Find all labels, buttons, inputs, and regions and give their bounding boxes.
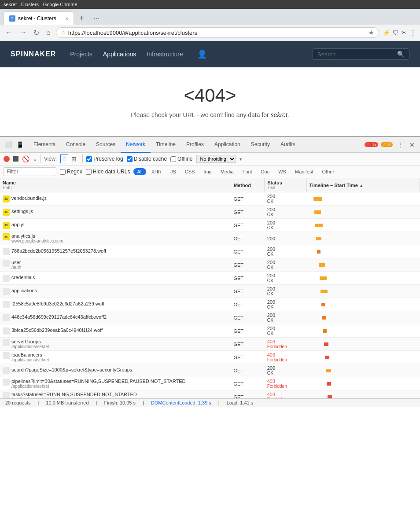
preserve-log-checkbox[interactable] (86, 156, 92, 162)
row-name-cell: user /auth (0, 258, 231, 272)
table-row[interactable]: 788a2bcde2b05619551257e5f2053278.woff GE… (0, 245, 420, 258)
col-name[interactable]: Name Path (0, 178, 231, 192)
col-timeline[interactable]: Timeline – Start Time ▲ (306, 178, 420, 192)
disable-cache-checkbox-label[interactable]: Disable cache (127, 156, 167, 162)
table-row[interactable]: search?pageSize=1000&q=sekret&type=secur… (0, 364, 420, 377)
filter-tab-css[interactable]: CSS (181, 168, 199, 175)
extension-icon-2[interactable]: 🛡 (393, 29, 399, 36)
preserve-log-checkbox-label[interactable]: Preserve log (86, 156, 123, 162)
throttle-select[interactable]: No throttling (196, 155, 236, 163)
user-avatar[interactable]: 👤 (197, 49, 207, 59)
clear-button[interactable]: 🚫 (22, 155, 29, 162)
filter-tab-doc[interactable]: Doc (258, 168, 273, 175)
table-row[interactable]: loadBalancers /applications/sekret GET 4… (0, 351, 420, 364)
row-name-cell: JS analytics.js www.google-analytics.com (0, 232, 231, 245)
filter-icon[interactable]: ⬦ (33, 155, 37, 162)
regex-checkbox-label[interactable]: Regex (60, 169, 82, 175)
table-row[interactable]: JS vendor.bundle.js GET 200 OK (0, 192, 420, 206)
hide-data-urls-checkbox-label[interactable]: Hide data URLs (86, 169, 130, 175)
offline-checkbox-label[interactable]: Offline (170, 156, 192, 162)
status-code: 403 (267, 392, 304, 397)
tab-console[interactable]: Console (61, 137, 91, 153)
table-row[interactable]: 448c34a56d699c29117adc64c43affeb.woff2 G… (0, 311, 420, 324)
devtools-more-button[interactable]: ⋮ (395, 140, 405, 149)
file-name: loadBalancers (11, 352, 49, 357)
table-row[interactable]: JS analytics.js www.google-analytics.com… (0, 232, 420, 245)
refresh-button[interactable]: ↻ (32, 28, 41, 38)
filter-tab-js[interactable]: JS (167, 168, 180, 175)
nav-infrastructure[interactable]: Infrastructure (147, 51, 183, 58)
devtools-inspect-icon[interactable]: ⬜ (4, 140, 13, 149)
stop-recording-button[interactable] (13, 156, 18, 162)
row-timeline-cell (306, 232, 420, 245)
filter-tab-xhr[interactable]: XHR (148, 168, 165, 175)
devtools-close-button[interactable]: ✕ (408, 140, 416, 149)
row-timeline-cell (306, 377, 420, 390)
new-tab-button[interactable]: + (76, 12, 88, 25)
tab-close-button[interactable]: × (66, 16, 68, 21)
nav-applications[interactable]: Applications (103, 51, 136, 58)
tab-timeline[interactable]: Timeline (151, 137, 181, 153)
spinnaker-search[interactable]: 🔍 (313, 48, 409, 60)
tab-application[interactable]: Application (209, 137, 246, 153)
filter-tab-ws[interactable]: WS (275, 168, 290, 175)
devtools-statusbar: 20 requests | 10.0 MB transferred | Fini… (0, 398, 420, 407)
bookmark-icon[interactable]: ★ (368, 29, 374, 36)
filter-type-tabs: All XHR JS CSS Img Media Font Doc WS Man… (133, 168, 338, 175)
status-code: 200 (267, 246, 304, 252)
nav-projects[interactable]: Projects (70, 51, 92, 58)
home-button[interactable]: ⌂ (44, 28, 52, 37)
address-bar[interactable]: ⚠ https://localhost:9000/#/applications/… (56, 27, 379, 38)
filter-input[interactable] (4, 167, 56, 176)
row-timeline-cell (306, 285, 420, 298)
table-row[interactable]: tasks?statuses=RUNNING,SUSPENDED,NOT_STA… (0, 390, 420, 399)
hide-data-urls-checkbox[interactable] (86, 169, 92, 175)
spinnaker-header: SPINNAKER Projects Applications Infrastr… (0, 41, 420, 67)
filter-tab-all[interactable]: All (133, 168, 146, 175)
tab-elements[interactable]: Elements (28, 137, 61, 153)
row-timeline-cell (306, 311, 420, 324)
table-row[interactable]: credentials GET 200 OK (0, 272, 420, 285)
table-row[interactable]: f2558c5a9e8fb9d3c022c6d27a62a239.woff GE… (0, 298, 420, 311)
offline-checkbox[interactable] (170, 156, 176, 162)
row-status-cell: 200 OK (265, 364, 306, 377)
scissors-icon[interactable]: ✂ (402, 29, 407, 36)
view-grid-button[interactable]: ⊞ (69, 154, 79, 163)
file-icon (3, 248, 10, 255)
regex-checkbox[interactable] (60, 169, 66, 175)
toolbar-separator (40, 154, 41, 163)
filter-tab-img[interactable]: Img (200, 168, 215, 175)
forward-button[interactable]: → (18, 28, 28, 37)
table-row[interactable]: serverGroups /applications/sekret GET 40… (0, 338, 420, 351)
table-row[interactable]: applications GET 200 OK (0, 285, 420, 298)
tab-security[interactable]: Security (246, 137, 275, 153)
tab-network[interactable]: Network (121, 137, 151, 153)
devtools-device-icon[interactable]: 📱 (15, 140, 25, 149)
table-row[interactable]: JS settings.js GET 200 OK (0, 206, 420, 219)
col-status[interactable]: Status Text (265, 178, 306, 192)
tab-strip-controls[interactable]: ⋯ (89, 12, 103, 25)
filter-tab-font[interactable]: Font (239, 168, 256, 175)
throttle-chevron[interactable]: ▾ (239, 157, 242, 162)
menu-icon[interactable]: ⋮ (409, 29, 416, 37)
table-row[interactable]: 3bfca25c56db239ceab5a0c4940f1f24.woff GE… (0, 324, 420, 338)
status-code: 403 (267, 379, 304, 384)
view-list-button[interactable]: ≡ (60, 154, 68, 163)
table-row[interactable]: user /auth GET 200 OK (0, 258, 420, 272)
filter-tab-other[interactable]: Other (319, 168, 338, 175)
back-button[interactable]: ← (4, 28, 14, 37)
file-icon: JS (3, 233, 10, 240)
spinnaker-search-input[interactable] (317, 51, 394, 58)
tab-profiles[interactable]: Profiles (181, 137, 209, 153)
disable-cache-checkbox[interactable] (127, 156, 133, 162)
browser-tab[interactable]: S sekret · Clusters × (4, 11, 74, 25)
table-row[interactable]: JS app.js GET 200 OK (0, 219, 420, 232)
tab-audits[interactable]: Audits (275, 137, 300, 153)
table-row[interactable]: pipelines?limit=30&statuses=RUNNING,SUSP… (0, 377, 420, 390)
filter-tab-manifest[interactable]: Manifest (291, 168, 317, 175)
tab-sources[interactable]: Sources (91, 137, 121, 153)
filter-tab-media[interactable]: Media (217, 168, 237, 175)
col-method[interactable]: Method (231, 178, 264, 192)
record-button[interactable] (4, 156, 10, 162)
extension-icon-1[interactable]: ⚡ (383, 29, 390, 36)
